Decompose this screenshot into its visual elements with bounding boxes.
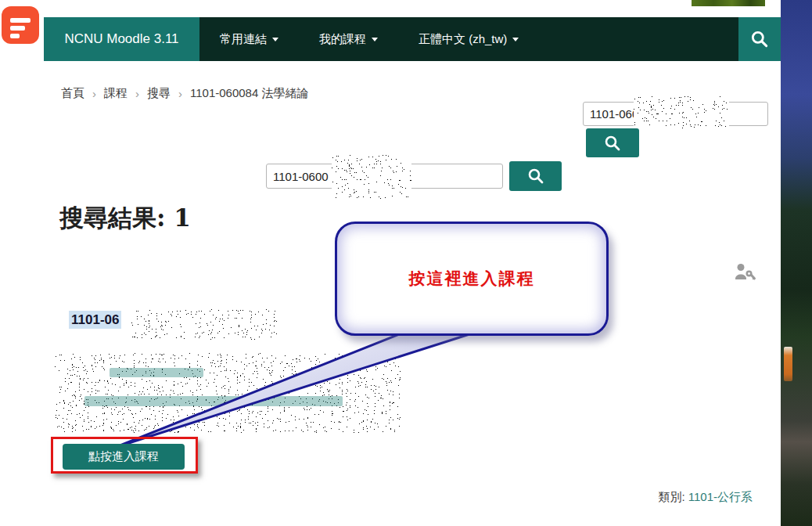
person-key-icon — [734, 262, 756, 283]
annotation-red-box: 點按進入課程 — [51, 437, 198, 474]
nav-item-common-links[interactable]: 常用連結 — [199, 17, 299, 61]
pixelated-redaction — [131, 309, 277, 340]
breadcrumb-courses[interactable]: 課程 — [104, 86, 128, 101]
navbar-brand[interactable]: NCNU Moodle 3.11 — [44, 17, 199, 61]
breadcrumb-home[interactable]: 首頁 — [61, 86, 84, 101]
background-photo-left — [0, 0, 44, 526]
redacted-link-hint — [84, 396, 343, 406]
callout-text: 按這裡進入課程 — [409, 268, 535, 290]
course-title-link[interactable]: 1101-06 — [69, 312, 121, 328]
navbar: NCNU Moodle 3.11 常用連結 我的課程 正體中文 (zh_tw) — [44, 17, 781, 61]
redacted-link-hint — [110, 368, 203, 377]
breadcrumb-separator: › — [178, 87, 182, 100]
annotation-callout-bubble: 按這裡進入課程 — [335, 222, 609, 336]
search-icon — [526, 167, 545, 186]
search-icon — [749, 29, 770, 49]
pixelated-redaction — [55, 353, 401, 433]
category-link[interactable]: 1101-公行系 — [688, 490, 753, 503]
nav-item-language[interactable]: 正體中文 (zh_tw) — [398, 17, 539, 61]
chevron-down-icon — [372, 38, 378, 41]
background-photo-top-strip — [692, 0, 765, 6]
search-button-top[interactable] — [586, 128, 639, 157]
search-icon — [603, 134, 622, 153]
breadcrumb-search[interactable]: 搜尋 — [147, 86, 171, 101]
breadcrumb: 首頁 › 課程 › 搜尋 › 1101-060084 法學緒論 — [61, 86, 308, 101]
background-photo-right — [781, 0, 812, 526]
pixelated-redaction — [332, 154, 411, 199]
list-lines-icon — [10, 18, 31, 23]
course-code-highlight: 1101-06 — [69, 311, 121, 329]
search-button-main[interactable] — [509, 161, 562, 191]
breadcrumb-current-course: 1101-060084 法學緒論 — [190, 86, 308, 101]
category-label: 類別: — [658, 490, 684, 503]
chevron-down-icon — [512, 38, 519, 41]
screenshot-extension-icon[interactable] — [2, 6, 39, 44]
breadcrumb-separator: › — [92, 87, 96, 100]
category-line: 類別: 1101-公行系 — [658, 490, 753, 505]
pixelated-redaction — [634, 95, 729, 128]
enter-course-button[interactable]: 點按進入課程 — [63, 444, 185, 470]
background-photo-detail — [784, 347, 792, 381]
breadcrumb-separator: › — [135, 87, 139, 100]
navbar-search-button[interactable] — [738, 17, 781, 61]
nav-item-my-courses[interactable]: 我的課程 — [299, 17, 398, 61]
chevron-down-icon — [272, 38, 278, 41]
search-results-heading: 搜尋結果: 1 — [59, 202, 191, 235]
